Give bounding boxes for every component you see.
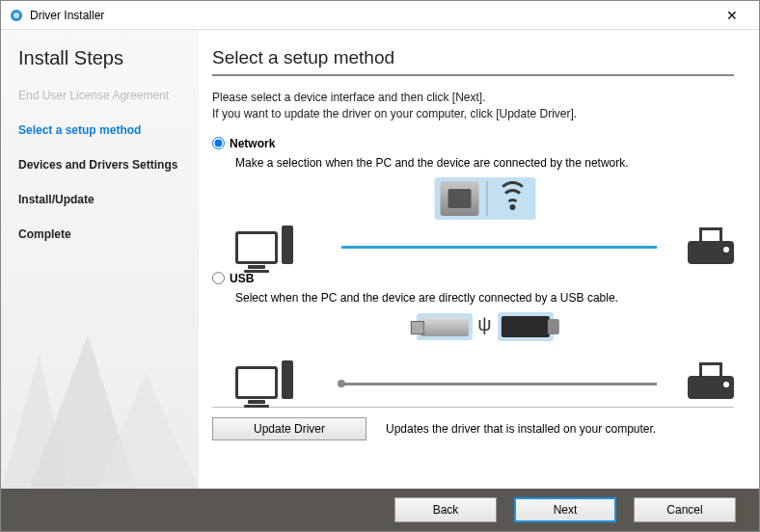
- usb-diagram: ψ: [235, 312, 734, 399]
- network-label-row[interactable]: Network: [212, 137, 734, 150]
- back-button[interactable]: Back: [394, 497, 497, 522]
- printer-icon-2: [688, 362, 734, 399]
- usb-label-row[interactable]: USB: [212, 272, 734, 285]
- step-devices-drivers: Devices and Drivers Settings: [18, 158, 191, 172]
- printer-icon: [688, 227, 734, 264]
- page-heading: Select a setup method: [212, 47, 734, 68]
- step-setup-method: Select a setup method: [18, 123, 191, 137]
- svg-marker-4: [97, 373, 199, 489]
- usb-callout: ψ: [416, 312, 553, 341]
- intro-text: Please select a device interface and the…: [212, 90, 734, 123]
- usb-symbol-icon: ψ: [477, 313, 491, 335]
- svg-point-1: [14, 13, 19, 18]
- close-button[interactable]: ✕: [713, 8, 751, 23]
- section-rule: [212, 407, 734, 408]
- step-install-update: Install/Update: [18, 193, 191, 206]
- pc-icon-2: [235, 360, 293, 399]
- network-label: Network: [230, 137, 275, 150]
- pc-icon: [235, 226, 293, 264]
- network-wire: [341, 246, 657, 249]
- cancel-button[interactable]: Cancel: [634, 497, 736, 522]
- option-usb: USB Select when the PC and the device ar…: [212, 272, 734, 399]
- ethernet-icon: [440, 181, 478, 216]
- usb-label: USB: [230, 272, 254, 285]
- svg-marker-2: [1, 354, 68, 489]
- update-driver-button[interactable]: Update Driver: [212, 417, 366, 440]
- network-diagram: [235, 177, 734, 264]
- wifi-icon: [495, 181, 529, 216]
- usb-desc: Select when the PC and the device are di…: [235, 291, 734, 305]
- sidebar: Install Steps End User License Agreement…: [1, 30, 199, 489]
- usb-a-plug-icon: [420, 317, 468, 336]
- sidebar-decor: [1, 334, 199, 489]
- footer: Back Next Cancel: [1, 489, 759, 531]
- intro-line2: If you want to update the driver on your…: [212, 106, 734, 122]
- usb-radio[interactable]: [212, 272, 225, 284]
- step-eula: End User License Agreement: [18, 89, 191, 102]
- network-callout: [434, 177, 535, 220]
- next-button[interactable]: Next: [514, 497, 616, 522]
- usb-b-plug-icon: [502, 316, 550, 337]
- network-desc: Make a selection when the PC and the dev…: [235, 156, 734, 170]
- intro-line1: Please select a device interface and the…: [212, 90, 734, 106]
- app-icon: [9, 8, 24, 23]
- content: Select a setup method Please select a de…: [199, 30, 759, 489]
- usb-wire: [341, 383, 657, 386]
- update-row: Update Driver Updates the driver that is…: [212, 417, 734, 440]
- heading-rule: [212, 74, 734, 76]
- update-desc: Updates the driver that is installed on …: [386, 422, 656, 436]
- option-network: Network Make a selection when the PC and…: [212, 137, 734, 264]
- window-title: Driver Installer: [30, 9, 713, 22]
- network-radio[interactable]: [212, 137, 225, 149]
- step-complete: Complete: [18, 227, 191, 241]
- svg-marker-3: [30, 334, 136, 489]
- titlebar: Driver Installer ✕: [1, 1, 759, 30]
- sidebar-heading: Install Steps: [18, 47, 191, 69]
